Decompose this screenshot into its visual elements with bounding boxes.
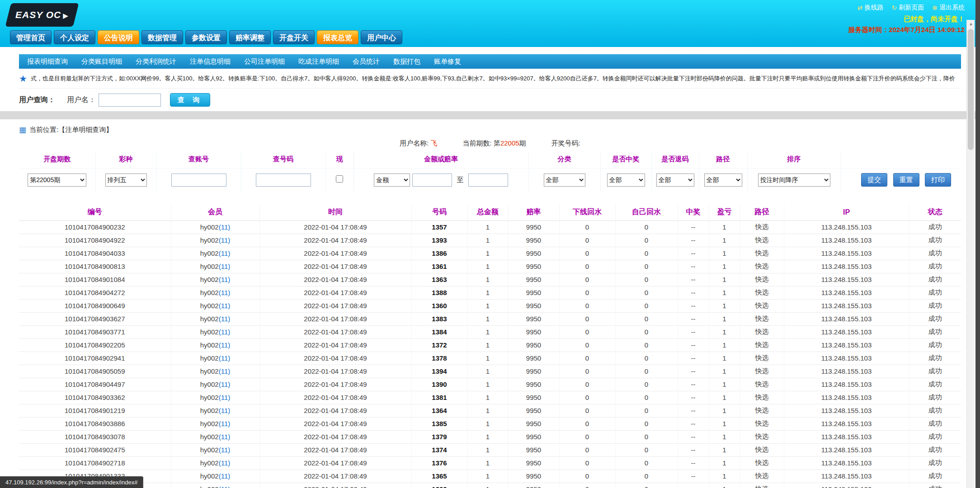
top-link-logout[interactable]: ⊗退出系统 <box>932 4 965 12</box>
member-count-link[interactable]: (11) <box>219 433 231 441</box>
lottery-select[interactable]: 排列五 <box>105 174 147 187</box>
col-header-status: 状态 <box>909 204 961 221</box>
cell-total: 1 <box>467 247 508 260</box>
cell-total: 1 <box>467 469 508 483</box>
cell-win: -- <box>678 443 709 456</box>
tab-8[interactable]: 报表总览 <box>317 30 358 44</box>
category-select[interactable]: 全部 <box>544 174 585 187</box>
cash-checkbox[interactable] <box>336 175 343 183</box>
cell-profit: 1 <box>709 299 740 312</box>
tab-4[interactable]: 数据管理 <box>141 30 183 44</box>
top-link-change-line[interactable]: ⇄换线路 <box>858 4 884 12</box>
tab-5[interactable]: 参数设置 <box>185 30 227 44</box>
tab-9[interactable]: 用户中心 <box>361 30 402 44</box>
member-count-link[interactable]: (11) <box>219 315 231 323</box>
scrollbar-thumb[interactable] <box>968 29 974 150</box>
cell-status: 成功 <box>909 378 961 391</box>
top-link-refresh-page[interactable]: ↻刷新页面 <box>892 4 924 12</box>
cell-member: hy002(11) <box>171 312 259 325</box>
cell-path: 快选 <box>740 352 784 365</box>
subnav-item-8[interactable]: 数据打包 <box>393 54 420 69</box>
amount-type-select[interactable]: 金额 <box>374 174 410 187</box>
member-count-link[interactable]: (11) <box>219 459 231 467</box>
amount-max-input[interactable] <box>468 174 508 187</box>
table-row: 1010417084904497hy002(11)2022-01-04 17:0… <box>19 378 961 391</box>
scroll-up-arrow[interactable]: ▲ <box>967 20 975 28</box>
cell-member: hy002(11) <box>171 483 259 488</box>
cell-ip: 113.248.155.103 <box>784 247 909 260</box>
member-count-link[interactable]: (11) <box>219 380 231 388</box>
member-count-link[interactable]: (11) <box>219 354 231 362</box>
number-search-input[interactable] <box>256 174 311 187</box>
tab-7[interactable]: 开盘开关 <box>273 30 315 44</box>
print-button[interactable]: 打印 <box>925 173 951 187</box>
member-count-link[interactable]: (11) <box>219 249 231 257</box>
sort-select[interactable]: 投注时间降序 <box>758 174 830 187</box>
cell-time: 2022-01-04 17:08:49 <box>259 404 411 417</box>
member-count-link[interactable]: (11) <box>219 302 231 310</box>
member-count-link[interactable]: (11) <box>219 394 231 401</box>
win-select[interactable]: 全部 <box>607 174 645 187</box>
member-count-link[interactable]: (11) <box>219 341 231 349</box>
account-search-input[interactable] <box>171 174 226 187</box>
cell-total: 1 <box>467 260 508 273</box>
member-count-link[interactable]: (11) <box>219 485 231 488</box>
cell-member: hy002(11) <box>171 273 259 286</box>
search-button[interactable]: 查 询 <box>170 93 210 107</box>
cell-downline-rebate: 0 <box>559 352 615 365</box>
subnav-item-9[interactable]: 账单修复 <box>434 54 461 69</box>
period-select[interactable]: 第22005期 <box>28 174 86 187</box>
cell-id: 1010417084901219 <box>19 404 171 417</box>
cell-time: 2022-01-04 17:08:49 <box>259 260 411 273</box>
tab-1[interactable]: 管理首页 <box>10 30 52 44</box>
notice-row: ★ 式，也是目前最划算的下注方式，如:00XX网价99。客人买100。给客人92… <box>19 69 961 89</box>
cell-win: -- <box>678 417 709 430</box>
member-count-link[interactable]: (11) <box>219 407 231 414</box>
member-count-link[interactable]: (11) <box>219 446 231 454</box>
member-name: hy002 <box>200 263 219 270</box>
amount-min-input[interactable] <box>412 174 452 187</box>
user-name-label: 用户名称: <box>400 139 429 147</box>
subnav-item-2[interactable]: 分类账目明细 <box>81 54 122 69</box>
table-row: 1010417084904272hy002(11)2022-01-04 17:0… <box>19 286 961 299</box>
reset-button[interactable]: 重置 <box>893 173 919 187</box>
subnav-item-4[interactable]: 注单信息明细 <box>190 54 231 69</box>
report-table-header-row: 编号 会员 时间 号码 总金额 赔率 下线回水 自己回水 中奖 盈亏 路径 IP… <box>19 204 961 221</box>
cell-self-rebate: 0 <box>615 338 678 352</box>
member-count-link[interactable]: (11) <box>219 223 231 231</box>
subnav-item-5[interactable]: 公司注单明细 <box>244 54 285 69</box>
cell-self-rebate: 0 <box>615 352 678 365</box>
submit-button[interactable]: 提交 <box>861 173 887 187</box>
user-query-row: 用户查询： 用户名： 查 询 <box>19 89 961 111</box>
member-name: hy002 <box>200 485 219 488</box>
logo: EASY OC▶ <box>5 3 79 27</box>
cell-status: 成功 <box>909 260 961 273</box>
refund-select[interactable]: 全部 <box>656 174 694 187</box>
member-count-link[interactable]: (11) <box>219 328 231 336</box>
cell-member: hy002(11) <box>171 234 259 247</box>
member-count-link[interactable]: (11) <box>219 289 231 296</box>
member-count-link[interactable]: (11) <box>219 472 231 480</box>
cell-downline-rebate: 0 <box>559 417 615 430</box>
tab-3[interactable]: 公告说明 <box>98 30 139 44</box>
cell-ip: 113.248.155.103 <box>784 299 909 312</box>
member-count-link[interactable]: (11) <box>219 420 231 427</box>
cell-member: hy002(11) <box>171 443 259 456</box>
username-input[interactable] <box>99 94 161 107</box>
cell-total: 1 <box>467 404 508 417</box>
subnav-item-1[interactable]: 报表明细查询 <box>27 54 68 69</box>
member-count-link[interactable]: (11) <box>219 263 231 270</box>
member-count-link[interactable]: (11) <box>219 236 231 244</box>
tab-2[interactable]: 个人设定 <box>54 30 95 44</box>
subnav-item-6[interactable]: 吃成注单明细 <box>298 54 339 69</box>
member-count-link[interactable]: (11) <box>219 276 231 283</box>
tab-6[interactable]: 赔率调整 <box>229 30 271 44</box>
scrollbar[interactable]: ▲ <box>966 20 975 488</box>
cell-id: 1010417084905059 <box>19 365 171 378</box>
cell-path: 快选 <box>740 443 784 456</box>
path-select[interactable]: 全部 <box>704 174 742 187</box>
member-count-link[interactable]: (11) <box>219 367 231 375</box>
subnav-item-3[interactable]: 分类利润统计 <box>136 54 176 69</box>
subnav-item-7[interactable]: 会员统计 <box>353 54 380 69</box>
filter-header-win: 是否中奖 <box>600 151 651 168</box>
